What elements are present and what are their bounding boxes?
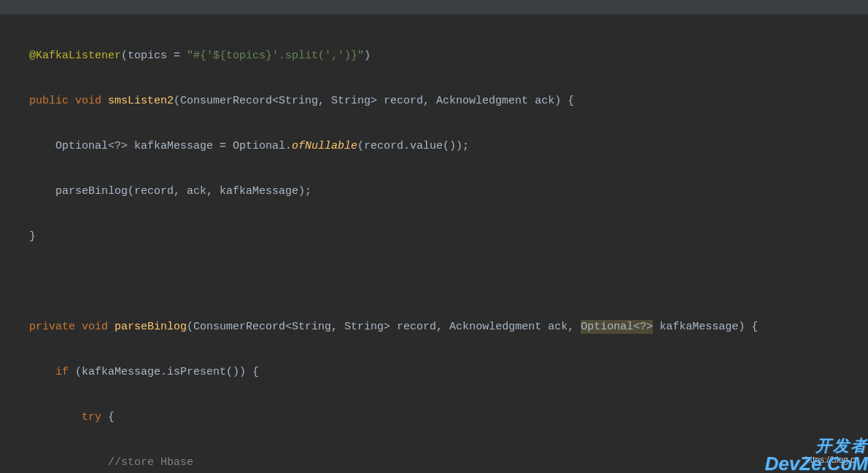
- highlighted-text: Optional<?>: [581, 320, 653, 334]
- comment: //store Hbase: [108, 456, 193, 469]
- code-line: [29, 270, 868, 293]
- site-logo: 开发者 DevZe.CoM: [764, 438, 868, 473]
- method-name: smsListen2: [108, 95, 174, 107]
- code-line: if (kafkaMessage.isPresent()) {: [29, 361, 868, 383]
- logo-chinese: 开发者: [764, 438, 868, 454]
- code-line: Optional<?> kafkaMessage = Optional.ofNu…: [29, 135, 868, 157]
- code-editor[interactable]: @KafkaListener(topics = "#{'${topics}'.s…: [0, 15, 868, 473]
- code-line: private void parseBinlog(ConsumerRecord<…: [29, 316, 868, 338]
- logo-english: DevZe.CoM: [764, 454, 868, 473]
- annotation: @KafkaListener: [29, 50, 121, 62]
- code-line: }: [29, 225, 868, 248]
- code-line: public void smsListen2(ConsumerRecord<St…: [29, 90, 868, 112]
- method-name: parseBinlog: [115, 321, 187, 333]
- code-line: try {: [29, 406, 868, 429]
- editor-top-bar: [0, 0, 868, 15]
- code-line: parseBinlog(record, ack, kafkaMessage);: [29, 180, 868, 203]
- code-line: @KafkaListener(topics = "#{'${topics}'.s…: [29, 44, 868, 67]
- code-line: //store Hbase: [29, 451, 868, 473]
